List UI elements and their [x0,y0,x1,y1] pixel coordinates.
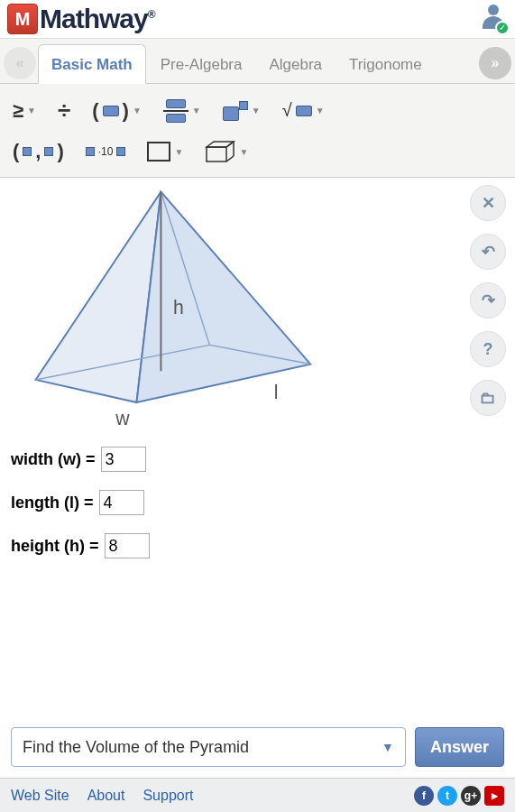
width-label-text: width (w) = [11,450,96,469]
app-header: M Mathway® ✓ [0,0,515,39]
undo-icon: ↶ [482,242,495,262]
scientific-notation-tool[interactable]: ·10 [78,134,133,170]
facebook-icon[interactable]: f [414,786,434,806]
svg-line-2 [226,142,234,147]
googleplus-icon[interactable]: g+ [461,786,481,806]
svg-rect-1 [207,147,226,161]
logo-text: Mathway® [40,4,155,34]
tab-basic-math[interactable]: Basic Math [38,44,146,84]
radical-tool[interactable]: √▼ [275,93,332,129]
pyramid-figure: h l w [18,183,325,427]
folder-icon: 🗀 [480,389,496,408]
height-label: h [173,297,184,318]
svg-line-3 [226,156,234,161]
shape-2d-tool[interactable]: ▼ [140,134,190,170]
work-area: h l w ✕ ↶ ↷ ? 🗀 width (w) = length (l) =… [0,178,515,683]
answer-button[interactable]: Answer [415,727,504,767]
side-actions: ✕ ↶ ↷ ? 🗀 [470,185,506,416]
undo-button[interactable]: ↶ [470,234,506,270]
social-icons: f t g+ ▶ [414,786,504,806]
footer-links: Web Site About Support [11,788,193,804]
exponent-tool[interactable]: ▼ [216,93,268,129]
footer: Web Site About Support f t g+ ▶ [0,778,515,812]
footer-link-support[interactable]: Support [143,788,193,804]
length-label: l [274,382,279,402]
cube-icon [205,140,235,163]
parentheses-tool[interactable]: ()▼ [85,93,149,129]
fraction-tool[interactable]: ▼ [156,93,208,129]
verified-badge-icon: ✓ [495,21,510,35]
tab-pre-algebra[interactable]: Pre-Algebra [148,45,255,83]
ordered-pair-tool[interactable]: (,) [5,134,71,170]
tab-trigonometry[interactable]: Trigonome [336,45,435,83]
action-bar: Find the Volume of the Pyramid ▼ Answer [0,727,515,776]
redo-button[interactable]: ↷ [470,282,506,318]
math-toolbar: ≥▼ ÷ ()▼ ▼ ▼ √▼ (,) ·10 ▼ [0,84,515,178]
logo-mark: M [7,4,38,34]
length-input[interactable] [99,490,144,515]
category-tabbar: « Basic Math Pre-Algebra Algebra Trigono… [0,39,515,84]
close-button[interactable]: ✕ [470,185,506,221]
footer-link-website[interactable]: Web Site [11,788,69,804]
operation-dropdown[interactable]: Find the Volume of the Pyramid ▼ [11,727,406,767]
length-label-text: length (l) = [11,494,94,512]
folder-button[interactable]: 🗀 [470,380,506,416]
help-icon: ? [483,340,493,359]
tabs-next-button[interactable]: » [479,47,511,79]
redo-icon: ↷ [482,291,495,310]
youtube-icon[interactable]: ▶ [484,786,504,806]
logo: M Mathway® [7,4,155,34]
height-label-text: height (h) = [11,537,99,556]
close-icon: ✕ [482,193,495,213]
svg-marker-6 [136,192,310,402]
tabs-prev-button[interactable]: « [4,47,36,79]
shape-3d-tool[interactable]: ▼ [198,134,255,170]
divide-tool[interactable]: ÷ [51,91,78,130]
inequality-tool[interactable]: ≥▼ [5,93,43,129]
twitter-icon[interactable]: t [437,786,457,806]
tab-algebra[interactable]: Algebra [256,45,335,83]
footer-link-about[interactable]: About [87,788,125,804]
dimension-inputs: width (w) = length (l) = height (h) = [11,447,504,558]
chevron-down-icon: ▼ [382,740,394,754]
height-input[interactable] [105,533,150,558]
width-label: w [115,408,130,427]
user-avatar[interactable]: ✓ [479,5,508,33]
dropdown-label: Find the Volume of the Pyramid [23,738,249,757]
width-input[interactable] [101,447,146,472]
help-button[interactable]: ? [470,331,506,367]
